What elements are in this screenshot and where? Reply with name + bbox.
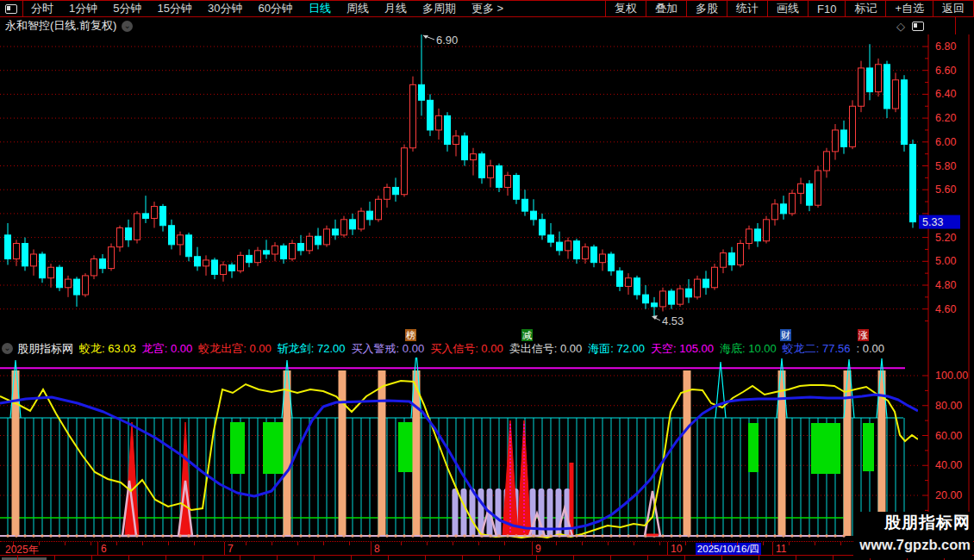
- indicator-header: ⌄ 股朋指标网 蛟龙: 63.03龙宫: 0.00蛟龙出宫: 0.00斩龙剑: …: [2, 341, 890, 356]
- month-label-7: 7: [228, 543, 234, 555]
- indicator-site-label: 股朋指标网: [17, 341, 73, 357]
- candlestick-chart[interactable]: 6.904.53榜减财涨: [0, 34, 918, 341]
- stub-tick: [388, 556, 389, 560]
- axis-tick: [13, 542, 14, 545]
- event-tag-1[interactable]: 减: [521, 329, 533, 341]
- stub-tick: [647, 556, 648, 560]
- axis-tick: [297, 542, 298, 545]
- month-label-11: 11: [776, 543, 786, 555]
- svg-text:60.00: 60.00: [935, 430, 962, 442]
- month-label-8: 8: [374, 543, 380, 555]
- stub-tick: [91, 556, 92, 560]
- period-tab-9[interactable]: 多周期: [415, 1, 464, 16]
- axis-tick: [608, 542, 609, 545]
- action-button-4[interactable]: 画线: [767, 1, 808, 16]
- action-button-6[interactable]: 标记: [845, 1, 885, 16]
- period-toolbar: 分时1分钟5分钟15分钟30分钟60分钟日线周线月线多周期更多 >: [0, 1, 511, 16]
- indicator-field-7: 海面: 72.00: [588, 341, 645, 357]
- svg-text:5.33: 5.33: [922, 216, 943, 228]
- axis-tick: [815, 542, 815, 545]
- svg-text:6.00: 6.00: [935, 136, 956, 148]
- stub-tick: [165, 556, 166, 560]
- window-pane-icon: [5, 4, 17, 14]
- action-button-8[interactable]: 返回: [933, 1, 974, 16]
- axis-tick: [39, 542, 40, 545]
- action-button-1[interactable]: 叠加: [646, 1, 686, 16]
- stub-tick: [277, 556, 278, 560]
- stub-tick: [499, 556, 500, 560]
- action-button-7[interactable]: +自选: [885, 1, 933, 16]
- svg-text:80.00: 80.00: [935, 400, 962, 412]
- period-tab-3[interactable]: 15分钟: [149, 1, 199, 16]
- event-tag-0[interactable]: 榜: [405, 329, 416, 341]
- month-divider: [97, 542, 98, 556]
- action-button-5[interactable]: F10: [808, 1, 845, 16]
- period-tab-5[interactable]: 60分钟: [250, 1, 300, 16]
- stub-tick: [721, 556, 722, 560]
- svg-text:榜: 榜: [406, 330, 415, 340]
- action-button-2[interactable]: 多股: [686, 1, 727, 16]
- svg-text:5.80: 5.80: [935, 160, 956, 172]
- current-price-tag: 5.33: [919, 215, 960, 229]
- axis-tick: [504, 542, 505, 545]
- indicator-panel[interactable]: [0, 358, 918, 541]
- stub-tick: [128, 556, 129, 560]
- period-tab-0[interactable]: 分时: [23, 1, 61, 16]
- period-tab-6[interactable]: 日线: [301, 1, 339, 16]
- axis-tick: [737, 542, 738, 545]
- axis-tick: [323, 542, 324, 545]
- low-annotation: 4.53: [652, 314, 684, 327]
- indicator-field-3: 斩龙剑: 72.00: [278, 341, 346, 357]
- time-axis[interactable]: 2025年 2025/10/16/四 67891011: [0, 541, 974, 556]
- action-button-0[interactable]: 复权: [605, 1, 646, 16]
- event-tag-3[interactable]: 涨: [858, 329, 869, 341]
- chevron-down-circle-icon[interactable]: ⌄: [122, 21, 133, 32]
- stub-tick: [425, 556, 426, 560]
- month-divider: [224, 542, 225, 556]
- axis-tick: [142, 542, 143, 545]
- indicator-field-9: 海底: 10.00: [720, 341, 777, 357]
- high-annotation: 6.90: [423, 34, 458, 47]
- stub-tick: [610, 556, 611, 560]
- watermark: 股朋指标网 www.7gpzb.com: [853, 512, 972, 558]
- month-label-6: 6: [101, 543, 107, 555]
- svg-text:40.00: 40.00: [935, 459, 962, 471]
- indicator-field-8: 天空: 105.00: [651, 341, 714, 357]
- period-tab-2[interactable]: 5分钟: [105, 1, 149, 16]
- axis-tick: [634, 542, 634, 545]
- axis-tick: [711, 542, 712, 545]
- top-toolbar: 分时1分钟5分钟15分钟30分钟60分钟日线周线月线多周期更多 > 复权叠加多股…: [0, 0, 974, 17]
- action-toolbar: 复权叠加多股统计画线F10标记+自选返回: [605, 1, 974, 16]
- indicator-field-4: 买入警戒: 0.00: [352, 341, 425, 357]
- period-tab-8[interactable]: 月线: [377, 1, 415, 16]
- diamond-icon[interactable]: ◇: [896, 20, 905, 33]
- month-divider: [772, 542, 773, 556]
- divider: [955, 17, 956, 34]
- axis-tick: [582, 542, 583, 545]
- date-box: 2025/10/16/四: [696, 543, 761, 555]
- svg-text:4.80: 4.80: [935, 279, 956, 291]
- indicator-field-11: : 0.00: [856, 342, 884, 355]
- period-tab-7[interactable]: 周线: [339, 1, 377, 16]
- stub-tick: [54, 556, 55, 560]
- period-tab-4[interactable]: 30分钟: [200, 1, 250, 16]
- stub-tick: [314, 556, 315, 560]
- axis-tick: [556, 542, 557, 545]
- svg-text:涨: 涨: [858, 330, 868, 340]
- collapse-chevron-icon[interactable]: ⌄: [2, 343, 13, 354]
- event-tag-2[interactable]: 财: [780, 329, 791, 341]
- period-tab-10[interactable]: 更多 >: [464, 1, 511, 16]
- stub-tick: [203, 556, 203, 560]
- stub-tick: [796, 556, 796, 560]
- svg-text:100.00: 100.00: [935, 370, 968, 382]
- month-label-9: 9: [535, 543, 541, 555]
- axis-tick: [65, 542, 66, 545]
- pane-icon[interactable]: [912, 22, 924, 31]
- svg-text:5.20: 5.20: [935, 232, 956, 244]
- period-tab-1[interactable]: 1分钟: [61, 1, 105, 16]
- layout-toggle-button[interactable]: [0, 1, 23, 16]
- svg-text:4.60: 4.60: [935, 303, 956, 315]
- stub-tick: [833, 556, 834, 560]
- axis-tick: [349, 542, 350, 545]
- action-button-3[interactable]: 统计: [727, 1, 767, 16]
